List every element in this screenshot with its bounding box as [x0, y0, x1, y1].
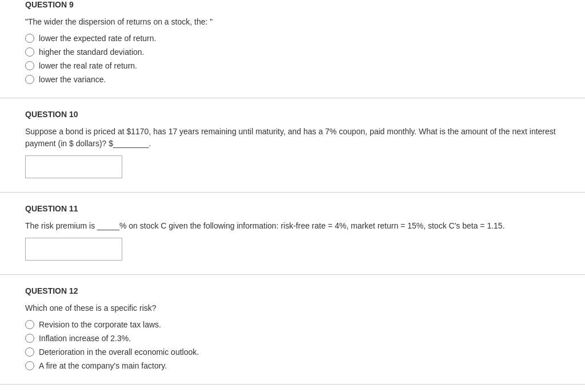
question-11-text: The risk premium is _____% on stock C gi… [25, 220, 560, 232]
q12-option-1[interactable]: Revision to the corporate tax laws. [25, 320, 560, 329]
question-12-label: QUESTION 12 [25, 286, 560, 295]
question-11-input[interactable] [25, 238, 122, 261]
q12-radio-4[interactable] [25, 361, 34, 370]
question-10-label: QUESTION 10 [25, 110, 560, 119]
q12-option-1-label: Revision to the corporate tax laws. [39, 320, 161, 329]
q12-option-4-label: A fire at the company's main factory. [39, 361, 167, 370]
question-11-block: QUESTION 11 The risk premium is _____% o… [0, 193, 585, 275]
q12-option-3[interactable]: Deterioration in the overall economic ou… [25, 347, 560, 357]
q9-option-1-label: lower the expected rate of return. [39, 34, 156, 43]
question-12-options: Revision to the corporate tax laws. Infl… [25, 320, 560, 370]
q9-option-3[interactable]: lower the real rate of return. [25, 61, 560, 70]
q9-radio-1[interactable] [25, 34, 34, 43]
question-9-options: lower the expected rate of return. highe… [25, 34, 560, 84]
q9-option-2-label: higher the standard deviation. [39, 47, 144, 57]
q9-radio-2[interactable] [25, 47, 34, 57]
page-container: QUESTION 9 "The wider the dispersion of … [0, 0, 585, 385]
question-12-block: QUESTION 12 Which one of these is a spec… [0, 275, 585, 385]
q9-option-1[interactable]: lower the expected rate of return. [25, 34, 560, 43]
question-10-input[interactable] [25, 155, 122, 178]
q12-option-2[interactable]: Inflation increase of 2.3%. [25, 334, 560, 343]
q9-option-4[interactable]: lower the variance. [25, 75, 560, 84]
q9-option-4-label: lower the variance. [39, 75, 106, 84]
q9-radio-3[interactable] [25, 61, 34, 70]
q12-radio-3[interactable] [25, 347, 34, 357]
question-12-text: Which one of these is a specific risk? [25, 302, 560, 314]
q12-radio-1[interactable] [25, 320, 34, 329]
question-9-block: QUESTION 9 "The wider the dispersion of … [0, 0, 585, 98]
question-11-label: QUESTION 11 [25, 204, 560, 213]
q9-option-3-label: lower the real rate of return. [39, 61, 137, 70]
question-10-block: QUESTION 10 Suppose a bond is priced at … [0, 98, 585, 193]
question-9-text: "The wider the dispersion of returns on … [25, 16, 560, 28]
q12-option-4[interactable]: A fire at the company's main factory. [25, 361, 560, 370]
q9-radio-4[interactable] [25, 75, 34, 84]
q12-option-3-label: Deterioration in the overall economic ou… [39, 347, 199, 357]
q12-option-2-label: Inflation increase of 2.3%. [39, 334, 131, 343]
q12-radio-2[interactable] [25, 334, 34, 343]
question-9-label: QUESTION 9 [25, 0, 560, 9]
q9-option-2[interactable]: higher the standard deviation. [25, 47, 560, 57]
question-10-text: Suppose a bond is priced at $1170, has 1… [25, 126, 560, 150]
